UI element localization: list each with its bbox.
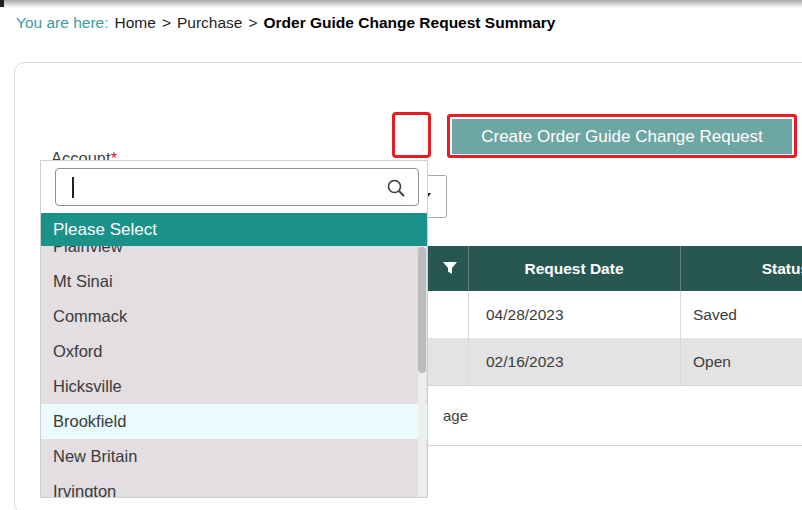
window-top-shadow xyxy=(0,0,802,8)
breadcrumb-separator: > xyxy=(248,14,257,32)
column-header-request-date[interactable]: Request Date xyxy=(468,246,680,291)
list-item-brookfield[interactable]: Brookfield xyxy=(41,404,427,439)
row-column-divider xyxy=(468,338,469,385)
status-cell: Open xyxy=(693,338,731,385)
row-column-divider xyxy=(680,291,681,338)
breadcrumb-current-page: Order Guide Change Request Summary xyxy=(263,14,555,32)
request-date-cell: 04/28/2023 xyxy=(486,291,564,338)
breadcrumb-prefix: You are here: xyxy=(16,14,109,32)
list-item-commack[interactable]: Commack xyxy=(41,299,427,334)
filter-icon[interactable] xyxy=(442,260,458,276)
account-dropdown-popup: Plainview Mt Sinai Commack Oxford Hicksv… xyxy=(40,160,428,498)
list-item-new-britain[interactable]: New Britain xyxy=(41,439,427,474)
pager-partial-text: age xyxy=(443,407,468,424)
dropdown-search-area xyxy=(41,161,427,213)
annotation-box-dropdown-arrow xyxy=(392,112,431,158)
breadcrumb-link-purchase[interactable]: Purchase xyxy=(177,14,242,32)
breadcrumb: You are here: Home > Purchase > Order Gu… xyxy=(16,14,555,32)
window-corner-mark xyxy=(0,0,4,7)
column-header-status[interactable]: Status xyxy=(680,246,802,291)
list-item-oxford[interactable]: Oxford xyxy=(41,334,427,369)
breadcrumb-separator: > xyxy=(162,14,171,32)
list-item-hicksville[interactable]: Hicksville xyxy=(41,369,427,404)
request-date-cell: 02/16/2023 xyxy=(486,338,564,385)
search-icon xyxy=(386,178,406,198)
row-column-divider xyxy=(680,338,681,385)
list-item-irvington[interactable]: Irvington xyxy=(41,474,427,498)
list-item-please-select[interactable]: Please Select xyxy=(41,213,427,246)
annotation-box-create-button xyxy=(447,114,797,158)
list-item-mt-sinai[interactable]: Mt Sinai xyxy=(41,264,427,299)
row-column-divider xyxy=(468,291,469,338)
search-input[interactable] xyxy=(55,168,419,206)
breadcrumb-link-home[interactable]: Home xyxy=(115,14,156,32)
dropdown-scrollbar-thumb[interactable] xyxy=(418,247,426,373)
text-caret xyxy=(72,177,74,198)
status-cell: Saved xyxy=(693,291,737,338)
